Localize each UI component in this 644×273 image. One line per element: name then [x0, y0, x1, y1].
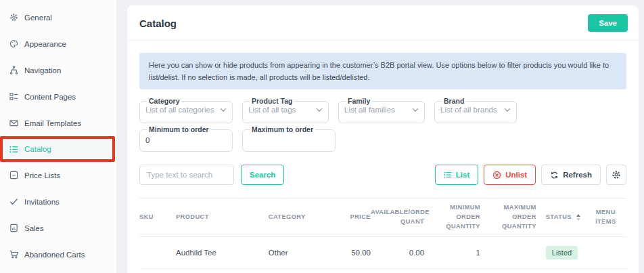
check-icon [9, 197, 18, 206]
sidebar-item-sales[interactable]: Sales [0, 215, 116, 241]
brand-select[interactable]: Brand List of all brands [434, 98, 517, 123]
maximum-order-label: Maximum to order [250, 126, 315, 133]
table-settings-button[interactable] [606, 165, 626, 185]
sidebar-item-label: Content Pages [24, 93, 76, 101]
sidebar-item-label: Navigation [24, 66, 61, 75]
family-select[interactable]: Family List all families [338, 98, 425, 123]
column-header-max-order: MAXIMUM ORDER QUANTITY [480, 203, 536, 232]
pages-icon [9, 92, 18, 101]
cell-category: Other [269, 249, 337, 257]
sidebar-item-label: Invitations [24, 198, 60, 206]
sidebar-item-general[interactable]: General [0, 4, 116, 30]
cart-icon [9, 250, 18, 259]
sales-chart-icon [9, 224, 18, 232]
maximum-order-field: Maximum to order [242, 126, 336, 152]
minimum-order-label: Minimum to order [147, 126, 211, 133]
column-header-price: PRICE [337, 213, 371, 222]
category-value: List of all categories [145, 106, 214, 114]
column-header-sku: SKU [139, 213, 176, 222]
sidebar-item-catalog[interactable]: Catalog [0, 136, 115, 162]
status-badge: Listed [546, 246, 578, 259]
table-row[interactable]: Audhild Tee Other 50.00 0.00 1 Listed [139, 237, 626, 269]
sidebar-item-label: Email Templates [24, 119, 81, 127]
cell-min-order: 1 [424, 249, 480, 257]
product-tag-label: Product Tag [250, 98, 294, 105]
page-title: Catalog [139, 18, 177, 29]
sidebar-item-price-lists[interactable]: Price Lists [0, 162, 116, 188]
maximum-order-input[interactable] [248, 136, 329, 144]
search-action-row: Search List Unlist [139, 165, 626, 185]
brand-label: Brand [442, 98, 466, 105]
search-input[interactable] [139, 165, 234, 185]
refresh-icon [550, 171, 559, 180]
column-header-menu-items: MENU ITEMS [585, 208, 626, 227]
search-button[interactable]: Search [241, 165, 284, 185]
product-tag-value: List of all tags [248, 106, 296, 114]
family-value: List all families [344, 106, 395, 114]
column-header-product: PRODUCT [176, 213, 269, 222]
gear-icon [612, 170, 621, 180]
chevron-down-icon [505, 106, 510, 111]
category-select[interactable]: Category List of all categories [139, 98, 233, 123]
column-header-category: CATEGORY [269, 213, 337, 222]
catalog-panel: Catalog Save Here you can show or hide p… [127, 5, 639, 273]
product-tag-select[interactable]: Product Tag List of all tags [242, 98, 329, 123]
category-label: Category [147, 98, 182, 105]
sidebar-item-label: Catalog [24, 145, 51, 153]
list-icon [9, 145, 18, 154]
panel-header: Catalog Save [127, 5, 639, 41]
unlist-button[interactable]: Unlist [484, 165, 536, 185]
table-header-row: SKU PRODUCT CATEGORY PRICE AVAILABLE/ORD… [139, 198, 626, 237]
sidebar-item-abandoned-carts[interactable]: Abandoned Carts [0, 241, 116, 268]
table-row[interactable]: "!Ne!"!;!%?*;... "!Ne!"!;!%!%!%(Ne)")")"… [139, 269, 626, 273]
sidebar-item-content-pages[interactable]: Content Pages [0, 83, 116, 110]
minimum-order-field: Minimum to order [139, 126, 233, 152]
cell-product: Audhild Tee [176, 249, 269, 257]
sidebar-item-navigation[interactable]: Navigation [0, 57, 116, 83]
chevron-down-icon [317, 106, 322, 111]
cell-status: Listed [536, 246, 585, 259]
save-button[interactable]: Save [588, 14, 628, 32]
order-limits-row: Minimum to order Maximum to order [139, 126, 626, 152]
envelope-icon [9, 119, 18, 127]
palette-icon [9, 39, 18, 48]
column-header-min-order: MINIMUM ORDER QUANTITY [424, 203, 480, 232]
brand-value: List of all brands [440, 106, 497, 114]
sidebar-item-label: Appearance [24, 40, 66, 48]
info-banner: Here you can show or hide products from … [139, 53, 626, 89]
sidebar-item-label: Sales [24, 224, 44, 232]
cell-available: 0.00 [371, 249, 424, 257]
sidebar-item-appearance[interactable]: Appearance [0, 30, 116, 57]
cell-price: 50.00 [337, 249, 371, 257]
sidebar-item-label: Price Lists [24, 171, 60, 180]
gear-icon [9, 13, 18, 22]
sort-icon[interactable] [576, 214, 580, 221]
column-header-status[interactable]: STATUS [536, 213, 585, 222]
list-button[interactable]: List [435, 165, 478, 185]
sidebar-item-invitations[interactable]: Invitations [0, 188, 116, 215]
sidebar-item-email-templates[interactable]: Email Templates [0, 110, 116, 136]
price-list-icon [9, 171, 18, 180]
sidebar-item-label: Abandoned Carts [24, 251, 85, 259]
filter-row: Category List of all categories Product … [139, 98, 626, 123]
family-label: Family [346, 98, 372, 105]
chevron-down-icon [413, 106, 418, 111]
sitemap-icon [9, 66, 18, 75]
refresh-button[interactable]: Refresh [541, 165, 601, 185]
chevron-down-icon [221, 106, 226, 111]
sidebar-item-label: General [24, 14, 52, 22]
column-header-available: AVAILABLE/ORDE QUANT [371, 208, 424, 227]
settings-sidebar: General Appearance Navigation Content Pa… [0, 0, 116, 273]
list-icon [444, 171, 452, 179]
minimum-order-input[interactable] [145, 136, 227, 144]
circle-x-icon [492, 171, 501, 180]
